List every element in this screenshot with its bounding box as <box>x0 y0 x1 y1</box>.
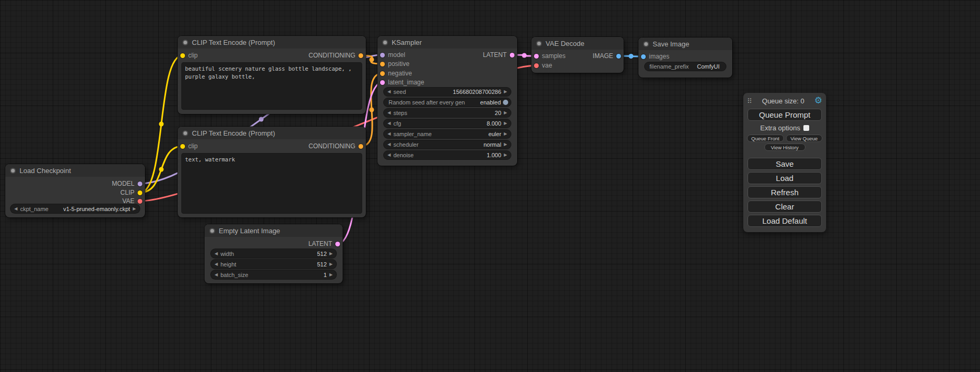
view-history-button[interactable]: View History <box>764 144 806 151</box>
stepper-left-icon[interactable] <box>215 252 218 256</box>
queue-panel: Queue size: 0 Queue Prompt Extra options… <box>743 93 826 232</box>
collapse-dot-icon[interactable] <box>10 168 16 174</box>
extra-options-label: Extra options <box>760 124 800 132</box>
vae-decode-output-image: IMAGE <box>593 52 621 60</box>
dot-clip-positive-out[interactable] <box>358 53 363 58</box>
widget-seed[interactable]: seed 156680208700286 <box>384 88 511 96</box>
stepper-left-icon[interactable] <box>14 207 17 211</box>
dot-vae-decode-out[interactable] <box>616 54 621 59</box>
extra-options-checkbox[interactable] <box>803 125 809 131</box>
ksampler-input-latent-image: latent_image <box>380 78 424 87</box>
stepper-right-icon[interactable] <box>329 273 333 277</box>
stepper-left-icon[interactable] <box>387 90 391 94</box>
dot-vae-decode-in-samples[interactable] <box>534 54 539 59</box>
view-queue-button[interactable]: View Queue <box>786 135 823 142</box>
dot-load-checkpoint-out-model[interactable] <box>138 182 142 186</box>
stepper-left-icon[interactable] <box>387 121 391 126</box>
widget-scheduler[interactable]: scheduler normal <box>384 140 511 149</box>
widget-cfg[interactable]: cfg 8.000 <box>384 119 511 128</box>
node-title-bar[interactable]: VAE Decode <box>531 37 624 50</box>
widget-ckpt-name[interactable]: ckpt_name v1-5-pruned-emaonly.ckpt <box>11 204 140 213</box>
stepper-right-icon[interactable] <box>504 153 507 157</box>
refresh-button[interactable]: Refresh <box>748 186 822 198</box>
clip-positive-input-clip: clip <box>180 51 198 60</box>
settings-gear-icon[interactable] <box>814 96 822 106</box>
clear-button[interactable]: Clear <box>748 201 822 213</box>
widget-denoise[interactable]: denoise 1.000 <box>384 151 511 159</box>
node-title: KSampler <box>392 39 422 46</box>
stepper-right-icon[interactable] <box>504 132 507 136</box>
node-clip-text-encode-negative[interactable]: CLIP Text Encode (Prompt) clip CONDITION… <box>178 127 366 217</box>
node-title-bar[interactable]: KSampler <box>377 36 517 49</box>
stepper-left-icon[interactable] <box>387 142 391 147</box>
stepper-left-icon[interactable] <box>387 153 391 157</box>
node-title-bar[interactable]: CLIP Text Encode (Prompt) <box>178 127 366 139</box>
widget-steps[interactable]: steps 20 <box>384 109 511 117</box>
stepper-right-icon[interactable] <box>504 111 507 115</box>
node-graph-canvas[interactable]: Load Checkpoint MODEL CLIP VAE ckpt_name… <box>0 0 980 372</box>
node-title: Empty Latent Image <box>219 227 280 235</box>
dot-clip-positive-in-clip[interactable] <box>180 53 185 58</box>
drag-handle-icon[interactable] <box>747 96 752 106</box>
stepper-right-icon[interactable] <box>329 252 333 256</box>
dot-clip-negative-in-clip[interactable] <box>180 144 185 149</box>
stepper-left-icon[interactable] <box>387 111 391 115</box>
dot-ksampler-in-model[interactable] <box>380 53 385 58</box>
widget-filename-prefix[interactable]: filename_prefix ComfyUI <box>645 62 726 71</box>
queue-front-button[interactable]: Queue Front <box>747 135 784 142</box>
node-ksampler[interactable]: KSampler model positive negative latent_… <box>377 36 517 166</box>
queue-prompt-button[interactable]: Queue Prompt <box>748 109 822 121</box>
stepper-left-icon[interactable] <box>387 132 391 136</box>
widget-height[interactable]: height 512 <box>211 260 336 269</box>
positive-prompt-textarea[interactable]: beautiful scenery nature glass bottle la… <box>181 62 362 110</box>
node-clip-text-encode-positive[interactable]: CLIP Text Encode (Prompt) clip CONDITION… <box>178 36 366 114</box>
node-save-image[interactable]: Save Image images filename_prefix ComfyU… <box>638 37 732 78</box>
collapse-dot-icon[interactable] <box>209 228 215 234</box>
slot-label: LATENT <box>483 51 507 59</box>
widget-random-seed[interactable]: Random seed after every gen enabled <box>384 98 511 107</box>
link-midpoint-dot <box>370 58 374 62</box>
collapse-dot-icon[interactable] <box>382 40 388 45</box>
dot-load-checkpoint-out-vae[interactable] <box>138 199 142 204</box>
collapse-dot-icon[interactable] <box>182 130 188 136</box>
collapse-dot-icon[interactable] <box>182 40 188 45</box>
node-empty-latent-image[interactable]: Empty Latent Image LATENT width 512 heig… <box>205 224 343 283</box>
node-title-bar[interactable]: Load Checkpoint <box>5 164 145 177</box>
node-title: Load Checkpoint <box>20 167 71 175</box>
stepper-right-icon[interactable] <box>133 207 136 211</box>
stepper-right-icon[interactable] <box>504 121 507 126</box>
save-image-input-images: images <box>641 52 669 61</box>
node-vae-decode[interactable]: VAE Decode samples vae IMAGE <box>531 37 624 73</box>
node-title-bar[interactable]: Save Image <box>638 37 732 50</box>
widget-width[interactable]: width 512 <box>211 249 336 258</box>
save-button[interactable]: Save <box>748 158 822 170</box>
stepper-right-icon[interactable] <box>329 262 333 266</box>
load-button[interactable]: Load <box>748 172 822 184</box>
toggle-icon[interactable] <box>503 100 508 105</box>
negative-prompt-textarea[interactable]: text, watermark <box>181 153 362 214</box>
collapse-dot-icon[interactable] <box>643 41 649 47</box>
load-default-button[interactable]: Load Default <box>748 215 822 227</box>
node-load-checkpoint[interactable]: Load Checkpoint MODEL CLIP VAE ckpt_name… <box>5 164 145 217</box>
stepper-right-icon[interactable] <box>504 90 507 94</box>
dot-empty-latent-out[interactable] <box>335 242 340 246</box>
ksampler-output-latent: LATENT <box>483 51 515 59</box>
node-title-bar[interactable]: Empty Latent Image <box>205 224 343 237</box>
widget-sampler-name[interactable]: sampler_name euler <box>384 130 511 138</box>
dot-vae-decode-in-vae[interactable] <box>534 63 539 68</box>
dot-ksampler-in-latent_image[interactable] <box>380 80 385 85</box>
stepper-left-icon[interactable] <box>215 262 218 266</box>
stepper-right-icon[interactable] <box>504 142 507 147</box>
dot-ksampler-in-negative[interactable] <box>380 71 385 76</box>
node-title-bar[interactable]: CLIP Text Encode (Prompt) <box>178 36 366 49</box>
dot-save-image-in-images[interactable] <box>641 54 646 59</box>
node-title: VAE Decode <box>546 40 584 47</box>
slot-label: latent_image <box>388 79 424 86</box>
stepper-left-icon[interactable] <box>215 273 218 277</box>
dot-load-checkpoint-out-clip[interactable] <box>138 190 142 195</box>
dot-clip-negative-out[interactable] <box>358 144 363 149</box>
dot-ksampler-out[interactable] <box>510 53 515 58</box>
widget-batch-size[interactable]: batch_size 1 <box>211 270 336 279</box>
collapse-dot-icon[interactable] <box>536 41 542 46</box>
dot-ksampler-in-positive[interactable] <box>380 62 385 66</box>
